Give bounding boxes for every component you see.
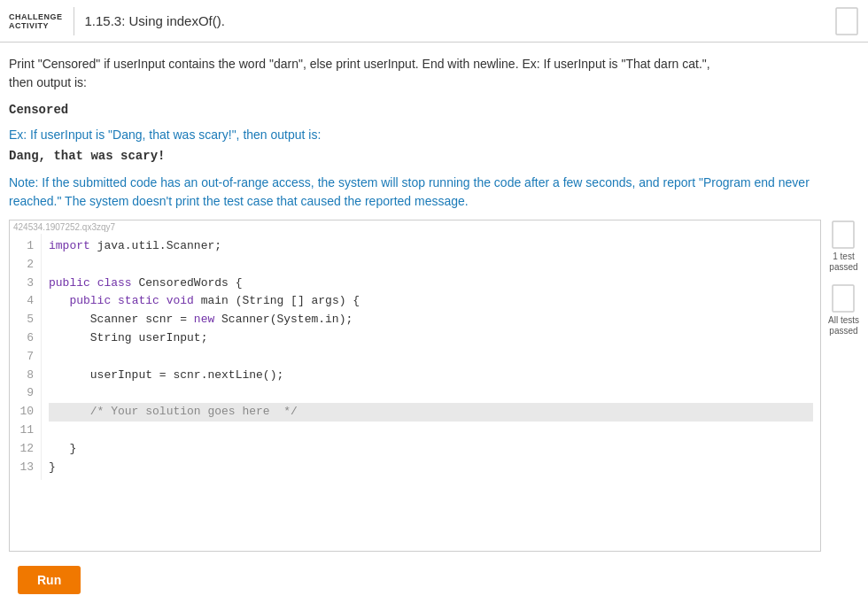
code-line-9	[49, 384, 813, 403]
editor-wrapper: 424534.1907252.qx3zqy7 12345 678910 1112…	[9, 220, 859, 552]
challenge-label-line2: ACTIVITY	[9, 21, 63, 30]
badge-all-icon	[831, 283, 856, 313]
description-text1: Print "Censored" if userInput contains t…	[9, 57, 710, 71]
code-line-5: Scanner scnr = new Scanner(System.in);	[49, 311, 813, 329]
line-numbers: 12345 678910 111213	[10, 234, 42, 480]
note-text: Note: If the submitted code has an out-o…	[9, 174, 859, 211]
activity-title: 1.15.3: Using indexOf().	[85, 13, 225, 28]
example2-text: Ex: If userInput is "Dang, that was scar…	[9, 128, 859, 142]
badge-all-tests: All testspassed	[828, 283, 859, 336]
bookmark-icon[interactable]	[834, 6, 859, 36]
badge-1-icon	[831, 220, 856, 250]
output1: Censored	[9, 103, 859, 117]
code-line-8: userInput = scnr.nextLine();	[49, 367, 813, 385]
code-line-11	[49, 422, 813, 440]
editor-padding	[10, 480, 820, 551]
code-line-4: public static void main (String [] args)…	[49, 292, 813, 311]
code-line-10: /* Your solution goes here */	[49, 403, 813, 422]
badge-1-label: 1 testpassed	[829, 251, 857, 273]
challenge-activity-label: CHALLENGE ACTIVITY	[9, 12, 63, 30]
run-button[interactable]: Run	[18, 566, 81, 594]
editor-meta: 424534.1907252.qx3zqy7	[10, 220, 820, 234]
challenge-label-line1: CHALLENGE	[9, 12, 63, 21]
code-lines[interactable]: import java.util.Scanner; public class C…	[42, 234, 820, 480]
badge-1-test: 1 testpassed	[829, 220, 857, 273]
code-line-7	[49, 348, 813, 367]
code-line-12: }	[49, 440, 813, 459]
code-line-13: }	[49, 459, 813, 477]
main-content: Print "Censored" if userInput contains t…	[0, 43, 868, 603]
editor-container[interactable]: 424534.1907252.qx3zqy7 12345 678910 1112…	[9, 220, 821, 552]
output2: Dang, that was scary!	[9, 149, 859, 163]
description: Print "Censored" if userInput contains t…	[9, 55, 859, 92]
code-line-2	[49, 256, 813, 275]
svg-rect-1	[833, 221, 854, 248]
svg-rect-2	[833, 285, 854, 312]
example2-link-text: Ex: If userInput is "Dang, that was scar…	[9, 128, 321, 142]
description-text2: then output is:	[9, 75, 87, 89]
code-line-1: import java.util.Scanner;	[49, 237, 813, 256]
svg-rect-0	[836, 8, 857, 35]
code-area[interactable]: 12345 678910 111213 import java.util.Sca…	[10, 234, 820, 480]
header-divider	[74, 7, 74, 35]
side-badges: 1 testpassed All testspassed	[828, 220, 859, 552]
header: CHALLENGE ACTIVITY 1.15.3: Using indexOf…	[0, 0, 868, 43]
code-line-6: String userInput;	[49, 329, 813, 348]
code-line-3: public class CensoredWords {	[49, 275, 813, 293]
badge-all-label: All testspassed	[828, 315, 859, 336]
